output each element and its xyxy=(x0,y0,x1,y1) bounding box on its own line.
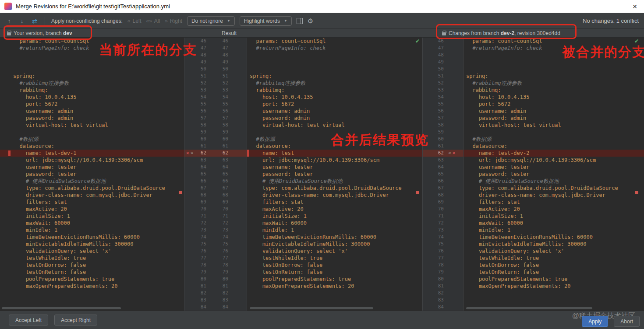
apply-all-button[interactable]: «» All xyxy=(146,18,160,24)
code-line: minIdle: 1 xyxy=(247,227,422,234)
chevrons-left-icon: « xyxy=(127,18,131,24)
code-line: virtual-host: test_virtual xyxy=(247,122,422,129)
line-number: 49 xyxy=(423,59,444,66)
code-line: spring: xyxy=(0,73,184,80)
ignore-policy-select[interactable]: Do not ignore ▼ xyxy=(187,16,235,26)
gutter-line-left: 8080 xyxy=(184,276,247,283)
apply-all-nonconflicting-icon[interactable]: ⇄ xyxy=(31,18,39,24)
chevrons-right-icon: » xyxy=(165,18,168,24)
line-number: 56 xyxy=(423,108,444,115)
abort-button[interactable]: Abort xyxy=(614,316,640,327)
apply-left-button[interactable]: « Left xyxy=(127,18,142,24)
horizontal-scrollbar[interactable] xyxy=(250,307,373,309)
code-line xyxy=(464,297,644,304)
apply-button[interactable]: Apply xyxy=(582,316,608,327)
chevrons-all-icon: «» xyxy=(146,18,152,24)
line-number: 74 xyxy=(206,234,228,241)
horizontal-scrollbar[interactable] xyxy=(2,307,121,309)
code-line xyxy=(247,129,422,136)
apply-change-right-icon[interactable]: » xyxy=(191,150,194,157)
chevron-down-icon: ▼ xyxy=(227,19,230,23)
accept-left-button[interactable]: Accept Left xyxy=(9,315,48,326)
line-number: 81 xyxy=(423,283,444,290)
line-number: 55 xyxy=(423,101,444,108)
gutter-line-right: 57 xyxy=(423,115,463,122)
gutter-line-left: 7171 xyxy=(184,213,247,220)
left-pane-code[interactable]: params: count=countSql #returnPageInfo: … xyxy=(0,38,184,311)
line-number: 71 xyxy=(206,213,228,220)
line-number: 60 xyxy=(423,136,444,143)
line-number: 73 xyxy=(184,227,206,234)
code-line: params: count=countSql xyxy=(0,38,184,45)
gutter-line-left: 5353 xyxy=(184,87,247,94)
gutter-line-left: 7474 xyxy=(184,234,247,241)
line-number: 80 xyxy=(423,276,444,283)
line-number: 78 xyxy=(184,262,206,269)
line-number: 50 xyxy=(423,66,444,73)
line-number: 72 xyxy=(184,220,206,227)
line-number: 61 xyxy=(206,143,228,150)
gutter-line-left: 6868 xyxy=(184,192,247,199)
left-pane-title-text: Your version, branch dev xyxy=(14,30,72,36)
line-number: 75 xyxy=(206,241,228,248)
code-line: #数据源 xyxy=(247,136,422,143)
line-number: 71 xyxy=(423,213,444,220)
error-stripe-mark xyxy=(416,191,419,194)
code-line: minEvictableIdleTimeMillis: 300000 xyxy=(464,241,644,248)
code-line: maxWait: 60000 xyxy=(464,220,644,227)
error-stripe-mark xyxy=(635,191,638,194)
gutter-line-left: 4848 xyxy=(184,52,247,59)
gutter-line-right: 77 xyxy=(423,255,463,262)
accept-right-button[interactable]: Accept Right xyxy=(54,315,97,326)
gutter-line-right: 82 xyxy=(423,290,463,297)
gutter-line-right: 80 xyxy=(423,276,463,283)
line-number: 70 xyxy=(184,206,206,213)
ignore-policy-value: Do not ignore xyxy=(191,18,223,24)
apply-right-button[interactable]: » Right xyxy=(165,18,182,24)
settings-gear-icon[interactable]: ⚙ xyxy=(308,18,313,24)
code-line: #returnPageInfo: check xyxy=(247,45,422,52)
line-number: 81 xyxy=(206,283,228,290)
highlight-mode-select[interactable]: Highlight words ▼ xyxy=(240,16,292,26)
line-number: 59 xyxy=(206,129,228,136)
result-pane-code[interactable]: params: count=countSql #returnPageInfo: … xyxy=(247,38,422,311)
code-line: username: admin xyxy=(464,108,644,115)
line-number: 65 xyxy=(423,171,444,178)
code-line: driver-class-name: com.mysql.jdbc.Driver xyxy=(247,192,422,199)
app-icon xyxy=(4,3,12,10)
right-pane-code[interactable]: params: count=countSql #returnPageInfo: … xyxy=(464,38,644,311)
horizontal-scrollbar[interactable] xyxy=(466,307,592,309)
close-icon[interactable]: ✕ xyxy=(630,3,640,10)
right-gutter: 4647484950515253545556575859606162«✕6364… xyxy=(422,38,464,311)
lock-icon xyxy=(7,32,11,35)
line-number: 66 xyxy=(184,178,206,185)
footer: Accept Left Accept Right @稀土掘金技术社区 Apply… xyxy=(0,311,644,329)
line-number: 57 xyxy=(423,115,444,122)
line-number: 82 xyxy=(184,290,206,297)
line-number: 53 xyxy=(423,87,444,94)
code-line xyxy=(0,129,184,136)
code-line: #rabbitmq连接参数 xyxy=(247,80,422,87)
line-number: 74 xyxy=(423,234,444,241)
code-line xyxy=(464,66,644,73)
line-number: 73 xyxy=(206,227,228,234)
next-change-icon[interactable]: ↓ xyxy=(18,18,26,24)
split-view-icon[interactable] xyxy=(297,18,303,24)
gutter-line-left: 6666 xyxy=(184,178,247,185)
apply-change-left-icon[interactable]: « xyxy=(448,150,451,157)
line-number: 51 xyxy=(423,73,444,80)
line-number: 67 xyxy=(206,185,228,192)
code-line: port: 5672 xyxy=(464,101,644,108)
code-line: # 使用DruidDataSource数据池 xyxy=(0,178,184,185)
gutter-line-left: ✕»6262 xyxy=(184,150,247,157)
gutter-line-left: 8484 xyxy=(184,304,247,311)
line-number: 67 xyxy=(184,185,206,192)
code-line xyxy=(0,59,184,66)
previous-change-icon[interactable]: ↑ xyxy=(5,18,13,24)
gutter-line-right: 52 xyxy=(423,80,463,87)
code-line: host: 10.0.4.135 xyxy=(464,94,644,101)
code-line: password: tester xyxy=(247,171,422,178)
ignore-change-icon[interactable]: ✕ xyxy=(186,150,189,157)
ignore-change-icon[interactable]: ✕ xyxy=(453,150,456,157)
gutter-line-left: 7878 xyxy=(184,262,247,269)
